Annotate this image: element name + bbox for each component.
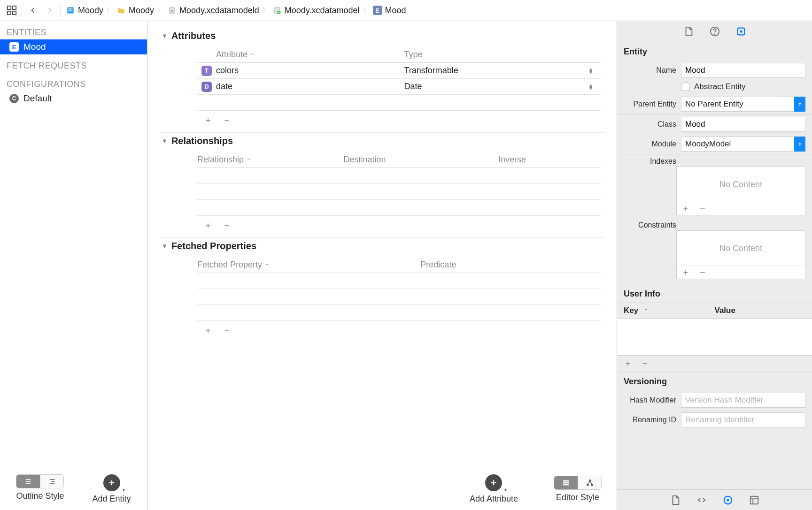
type-stepper[interactable]: ▴▾ <box>589 68 592 74</box>
inspector-section-entity: Entity <box>617 42 812 61</box>
class-name-input[interactable] <box>681 117 805 132</box>
sidebar-item-label: Mood <box>23 42 46 52</box>
attribute-name[interactable]: colors <box>216 66 404 76</box>
data-model-inspector-tab[interactable] <box>735 25 747 38</box>
table-header: Relationship⌃ Destination Inverse <box>197 152 601 168</box>
add-fetched-property-row-button[interactable] <box>203 326 213 336</box>
attribute-row[interactable]: T colors Transformable ▴▾ <box>197 63 601 79</box>
indexes-well[interactable]: No Content <box>676 167 805 215</box>
crumb-folder[interactable]: Moody <box>116 6 154 15</box>
column-header-predicate[interactable]: Predicate <box>420 260 601 270</box>
column-header-destination[interactable]: Destination <box>343 155 498 165</box>
constraints-well[interactable]: No Content <box>676 230 805 279</box>
file-inspector-tab[interactable] <box>682 25 695 38</box>
attribute-row[interactable]: D date Date ▴▾ <box>197 79 601 95</box>
svg-rect-2 <box>8 11 11 15</box>
add-attribute-button[interactable]: ▾ <box>485 474 502 491</box>
configuration-icon: C <box>9 94 19 103</box>
abstract-entity-checkbox[interactable] <box>681 83 689 91</box>
quick-help-inspector-tab[interactable] <box>709 25 721 38</box>
parent-entity-select[interactable]: No Parent Entity <box>681 97 805 112</box>
editor-style-table-button[interactable] <box>554 476 578 489</box>
remove-constraint-button[interactable] <box>697 267 708 278</box>
section-header-fetched-properties[interactable]: ▼ Fetched Properties <box>160 241 604 251</box>
outline-style-hierarchy-button[interactable] <box>40 475 63 488</box>
breadcrumb: Moody 〉 Moody 〉 Moody.xcdatamodeld 〉 Moo… <box>66 6 406 15</box>
column-header-inverse[interactable]: Inverse <box>498 155 601 165</box>
column-header-relationship[interactable]: Relationship⌃ <box>197 155 343 165</box>
editor-style-graph-button[interactable] <box>578 476 601 489</box>
svg-rect-30 <box>563 480 569 482</box>
remove-fetched-property-row-button[interactable] <box>222 326 232 336</box>
dropdown-caret-icon: ▾ <box>123 487 125 492</box>
crumb-datamodel[interactable]: Moody.xcdatamodel <box>272 6 360 15</box>
remove-userinfo-button[interactable] <box>640 358 650 369</box>
chevron-right-icon: 〉 <box>157 6 164 15</box>
sort-indicator-icon: ⌃ <box>265 263 269 268</box>
column-header-fetched-property[interactable]: Fetched Property⌃ <box>197 260 420 270</box>
svg-rect-32 <box>563 484 569 486</box>
class-label: Class <box>624 120 676 129</box>
module-select[interactable]: MoodyModel <box>681 137 805 152</box>
chevron-right-icon: 〉 <box>106 6 114 15</box>
svg-point-8 <box>171 10 173 12</box>
type-stepper[interactable]: ▴▾ <box>589 84 592 90</box>
attribute-name[interactable]: date <box>216 82 404 91</box>
crumb-entity[interactable]: E Mood <box>373 6 406 15</box>
nav-back-button[interactable] <box>27 4 39 16</box>
userinfo-table-body[interactable] <box>617 319 812 355</box>
add-userinfo-button[interactable] <box>623 358 633 369</box>
attribute-type[interactable]: Transformable <box>404 66 458 76</box>
relationships-table: Relationship⌃ Destination Inverse . . . <box>197 152 601 231</box>
sidebar-config-default[interactable]: C Default <box>0 91 147 106</box>
add-relationship-row-button[interactable] <box>203 221 213 231</box>
add-constraint-button[interactable] <box>681 267 691 278</box>
code-snippet-library-tab[interactable] <box>696 494 708 506</box>
add-attribute-row-button[interactable] <box>203 115 213 126</box>
library-tabs <box>617 489 812 510</box>
related-items-icon[interactable] <box>7 5 17 15</box>
renaming-id-input[interactable] <box>681 412 805 427</box>
dropdown-caret-icon: ▾ <box>504 487 507 492</box>
remove-attribute-row-button[interactable] <box>222 115 232 126</box>
svg-point-41 <box>740 30 742 33</box>
svg-rect-6 <box>69 10 72 11</box>
file-template-library-tab[interactable] <box>669 494 681 506</box>
fetched-properties-table: Fetched Property⌃ Predicate . . . <box>197 257 601 336</box>
object-library-tab[interactable] <box>722 494 734 506</box>
section-title: Fetched Properties <box>171 241 256 251</box>
section-header-attributes[interactable]: ▼ Attributes <box>160 30 604 41</box>
add-entity-button[interactable]: ▾ <box>103 474 120 491</box>
crumb-datamodel-d[interactable]: Moody.xcdatamodeld <box>167 6 259 15</box>
attribute-type[interactable]: Date <box>404 82 422 91</box>
section-header-relationships[interactable]: ▼ Relationships <box>160 136 604 146</box>
renaming-id-label: Renaming ID <box>624 416 676 424</box>
no-content-label: No Content <box>677 231 805 266</box>
outline-style-segmented[interactable] <box>16 474 64 488</box>
column-header-type[interactable]: Type <box>404 50 601 60</box>
nav-forward-button[interactable] <box>44 4 56 16</box>
remove-relationship-row-button[interactable] <box>222 221 232 231</box>
outline-style-list-button[interactable] <box>16 475 40 488</box>
svg-line-37 <box>590 481 592 484</box>
userinfo-key-column[interactable]: Key <box>624 306 638 315</box>
userinfo-value-column[interactable]: Value <box>715 306 806 315</box>
hash-modifier-label: Hash Modifier <box>624 396 676 404</box>
column-header-attribute[interactable]: Attribute⌃ <box>216 50 404 60</box>
add-index-button[interactable] <box>681 204 691 214</box>
sort-indicator-icon: ⌃ <box>644 308 648 314</box>
remove-index-button[interactable] <box>697 204 708 214</box>
editor-style-segmented[interactable] <box>554 476 602 490</box>
entity-name-input[interactable] <box>681 63 805 78</box>
crumb-project[interactable]: Moody <box>66 6 103 15</box>
jump-bar: Moody 〉 Moody 〉 Moody.xcdatamodeld 〉 Moo… <box>0 0 812 21</box>
select-arrows-icon <box>794 97 805 112</box>
media-library-tab[interactable] <box>748 494 760 506</box>
section-title: Attributes <box>171 30 216 41</box>
inspector-section-userinfo: User Info <box>617 284 812 303</box>
disclosure-triangle-icon: ▼ <box>162 137 168 145</box>
hash-modifier-input[interactable] <box>681 393 805 408</box>
section-title: Relationships <box>171 136 233 146</box>
sort-indicator-icon: ⌃ <box>247 158 251 163</box>
sidebar-entity-mood[interactable]: E Mood <box>0 39 147 54</box>
